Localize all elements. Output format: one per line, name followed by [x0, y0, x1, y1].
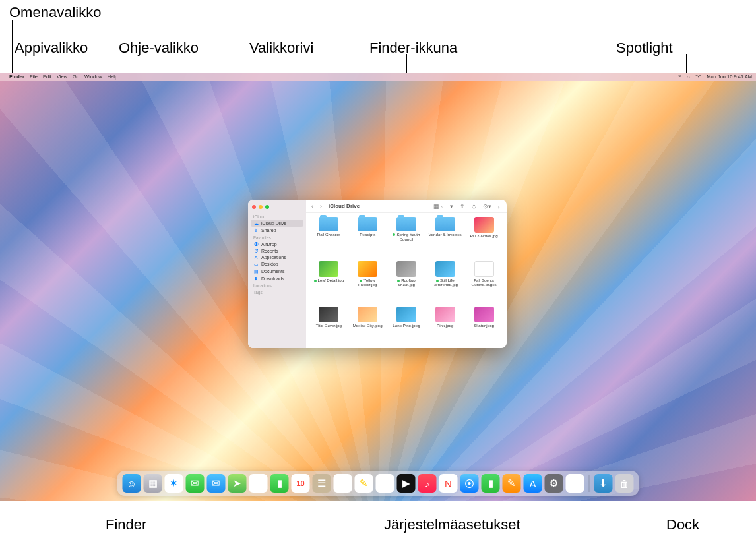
dock-system-settings-icon[interactable]: ⚙ [545, 474, 563, 493]
back-button[interactable]: ‹ [310, 203, 315, 210]
file-name: Leaf Detail.jpg [314, 278, 344, 283]
dock-calendar-icon[interactable]: 10 [292, 474, 310, 493]
share-button[interactable]: ⇪ [458, 203, 466, 210]
dock-notes-icon[interactable]: ✎ [355, 474, 373, 493]
finder-window[interactable]: iCloud☁iCloud Drive⇪SharedFavorites⦿AirD… [248, 200, 507, 348]
dock-news-icon[interactable]: N [439, 474, 458, 493]
dock-trash-icon[interactable]: 🗑 [615, 474, 634, 493]
file-item[interactable]: Spring Youth Council [389, 217, 424, 258]
search-icon[interactable]: ⌕ [497, 203, 503, 210]
callout-apple-menu: Omenavalikko [9, 4, 101, 21]
callout-dock: Dock [666, 516, 699, 533]
dock-fitness-icon[interactable]: ⦿ [460, 474, 479, 493]
file-item[interactable]: Yellow Flower.jpg [350, 261, 385, 304]
dock-pages-icon[interactable]: ✎ [503, 474, 521, 493]
close-button[interactable] [252, 205, 256, 209]
dock-finder-icon[interactable]: ☺ [123, 474, 141, 493]
callout-finder-window: Finder-ikkuna [369, 40, 457, 57]
dock-music-icon[interactable]: ♪ [418, 474, 437, 493]
menu-go[interactable]: Go [73, 74, 79, 80]
dock-app-store-icon[interactable]: A [524, 474, 542, 493]
sidebar-item-airdrop[interactable]: ⦿AirDrop [248, 241, 306, 247]
view-icons-button[interactable]: ▦ ◦ [432, 203, 445, 210]
spotlight-icon[interactable]: ⌕ [687, 74, 690, 80]
action-button[interactable]: ⊙▾ [482, 203, 493, 210]
file-item[interactable]: Rail Chasers [311, 217, 346, 258]
dock-safari-icon[interactable]: ✶ [165, 474, 183, 493]
sidebar-item-desktop[interactable]: ▭Desktop [248, 260, 306, 268]
file-item[interactable]: Fall Scents Outline.pages [466, 261, 501, 304]
dock-mail-icon[interactable]: ✉ [207, 474, 226, 493]
tag-button[interactable]: ◇ [470, 203, 478, 210]
sidebar-item-icon: ▭ [253, 262, 259, 267]
sidebar-item-icon: A [253, 255, 259, 260]
sidebar-item-icon: ⏱ [253, 249, 259, 253]
group-button[interactable]: ▾ [449, 203, 455, 210]
dock-photos-icon[interactable]: ✿ [249, 474, 268, 493]
file-name: Rooftop Shoot.jpg [389, 278, 424, 287]
sidebar-item-applications[interactable]: AApplications [248, 254, 306, 260]
file-thumbnail [358, 307, 377, 322]
menubar: Finder File Edit View Go Window Help ⌔ ⌕… [0, 73, 756, 81]
sidebar-item-icon: ⦿ [253, 242, 259, 247]
file-item[interactable]: Lone Pine.jpeg [389, 307, 424, 345]
dock-facetime-icon[interactable]: ▮ [270, 474, 289, 493]
dock-tv-icon[interactable]: ▶ [397, 474, 416, 493]
sidebar-item-label: Desktop [261, 262, 278, 266]
menu-file[interactable]: File [30, 74, 38, 80]
app-menu[interactable]: Finder [9, 74, 24, 80]
dock-downloads-icon[interactable]: ⬇ [594, 474, 613, 493]
dock-maps-icon[interactable]: ➤ [228, 474, 247, 493]
sidebar-item-icon: ⬇ [253, 276, 259, 282]
wifi-icon[interactable]: ⌔ [678, 74, 681, 80]
menu-help[interactable]: Help [108, 74, 117, 80]
callout-menubar: Valikkorivi [249, 40, 313, 57]
sidebar-item-recents[interactable]: ⏱Recents [248, 247, 306, 254]
sidebar-item-label: Recents [261, 249, 278, 253]
file-name: Mexico City.jpeg [353, 324, 383, 328]
clock[interactable]: Mon Jun 10 9:41 AM [707, 74, 752, 80]
menu-view[interactable]: View [57, 74, 67, 80]
file-item[interactable]: Title Cover.jpg [311, 307, 346, 345]
dock-reminders-icon[interactable]: ☑ [334, 474, 352, 493]
folder-icon [396, 217, 416, 231]
file-name: Spring Youth Council [389, 233, 424, 241]
file-item[interactable]: Mexico City.jpeg [350, 307, 385, 345]
file-item[interactable]: Still Life Reference.jpg [427, 261, 462, 304]
file-thumbnail [396, 307, 416, 322]
sidebar-item-icloud-drive[interactable]: ☁iCloud Drive [251, 220, 303, 227]
file-item[interactable]: Leaf Detail.jpg [311, 261, 346, 304]
file-item[interactable]: Rooftop Shoot.jpg [389, 261, 424, 304]
dock-messages-icon[interactable]: ✉ [186, 474, 205, 493]
sidebar-item-downloads[interactable]: ⬇Downloads [248, 275, 306, 282]
file-item[interactable]: RD.2-Notes.jpg [466, 217, 501, 258]
dock-launchpad-icon[interactable]: ▦ [144, 474, 162, 493]
file-item[interactable]: Pink.jpeg [427, 307, 462, 345]
dock-contacts-icon[interactable]: ☰ [313, 474, 331, 493]
menu-window[interactable]: Window [84, 74, 102, 80]
file-item[interactable]: Vendor & Invoices [427, 217, 462, 258]
sidebar-item-icon: ▤ [253, 269, 259, 274]
menu-edit[interactable]: Edit [43, 74, 51, 80]
dock-iphone-mirroring-icon[interactable]: ▯ [566, 474, 584, 493]
forward-button[interactable]: › [319, 203, 323, 210]
file-thumbnail [474, 217, 494, 233]
file-item[interactable]: Receipts [350, 217, 385, 258]
sidebar-item-shared[interactable]: ⇪Shared [248, 227, 306, 234]
dock-numbers-icon[interactable]: ▮ [482, 474, 500, 493]
minimize-button[interactable] [259, 205, 263, 209]
control-center-icon[interactable]: ⌥ [695, 74, 701, 80]
callout-spotlight: Spotlight [616, 40, 673, 57]
zoom-button[interactable] [265, 205, 269, 209]
sidebar-item-label: Documents [261, 269, 284, 274]
dock-freeform-icon[interactable]: ✐ [376, 474, 394, 493]
file-name: RD.2-Notes.jpg [470, 234, 497, 239]
finder-toolbar: ‹ › iCloud Drive ▦ ◦ ▾ ⇪ ◇ ⊙▾ ⌕ [306, 200, 507, 213]
finder-main: ‹ › iCloud Drive ▦ ◦ ▾ ⇪ ◇ ⊙▾ ⌕ Rail Cha… [306, 200, 507, 348]
dock: ☺▦✶✉✉➤✿▮10☰☑✎✐▶♪N⦿▮✎A⚙▯⬇🗑 [117, 471, 639, 496]
file-name: Vendor & Invoices [429, 233, 462, 237]
file-thumbnail [358, 261, 377, 277]
sidebar-item-label: iCloud Drive [261, 221, 286, 225]
file-item[interactable]: Skater.jpeg [466, 307, 501, 345]
sidebar-item-documents[interactable]: ▤Documents [248, 268, 306, 275]
